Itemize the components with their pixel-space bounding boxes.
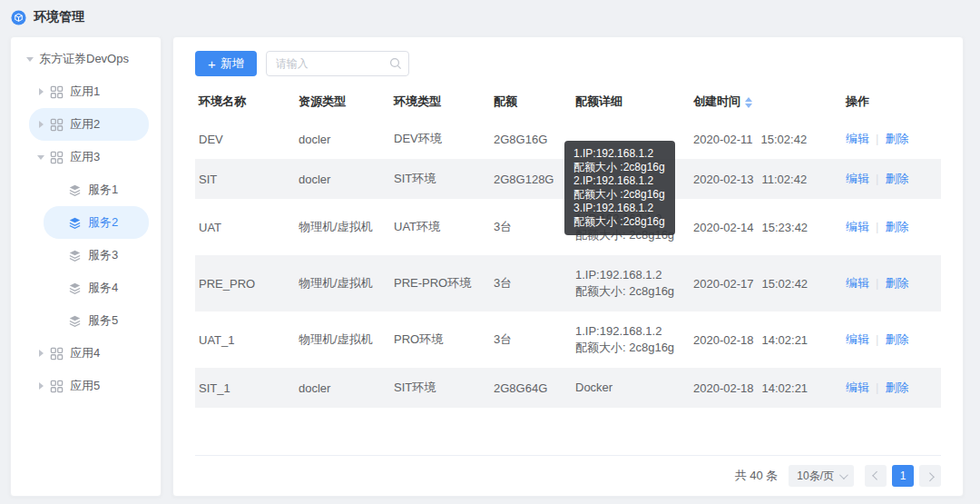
tree-item-label: 服务1 bbox=[88, 182, 118, 198]
search-icon[interactable] bbox=[389, 57, 402, 70]
tree-item-label: 应用1 bbox=[70, 84, 100, 100]
created-time: 15:02:42 bbox=[762, 277, 808, 291]
created-time: 14:02:21 bbox=[762, 333, 808, 347]
sort-icon[interactable] bbox=[745, 97, 752, 108]
cell-env-name: UAT_1 bbox=[195, 311, 295, 368]
cell-env-name: UAT bbox=[195, 199, 295, 255]
delete-link[interactable]: 删除 bbox=[885, 132, 908, 145]
cell-actions: 编辑|删除 bbox=[842, 119, 941, 159]
add-button[interactable]: + 新增 bbox=[195, 51, 257, 76]
cell-quota: 3台 bbox=[490, 199, 572, 255]
next-page-button[interactable] bbox=[919, 465, 941, 487]
cell-actions: 编辑|删除 bbox=[842, 255, 941, 311]
cell-created-time: 2020-02-1814:02:21 bbox=[690, 311, 842, 368]
col-env-type: 环境类型 bbox=[390, 84, 490, 119]
chevron-right-icon bbox=[925, 472, 934, 481]
col-quota: 配额 bbox=[490, 84, 572, 119]
col-created-time[interactable]: 创建时间 bbox=[690, 84, 842, 119]
page-size-label: 10条/页 bbox=[797, 469, 834, 484]
tree-item-label: 应用4 bbox=[70, 345, 100, 361]
created-date: 2020-02-13 bbox=[693, 173, 754, 186]
created-time: 14:02:21 bbox=[762, 381, 808, 395]
sidebar-item-服务1[interactable]: 服务1 bbox=[44, 173, 149, 206]
edit-link[interactable]: 编辑 bbox=[846, 276, 869, 290]
edit-link[interactable]: 编辑 bbox=[846, 332, 869, 346]
edit-link[interactable]: 编辑 bbox=[846, 380, 869, 394]
page-size-select[interactable]: 10条/页 bbox=[789, 465, 854, 487]
environment-table-wrap: 环境名称 资源类型 环境类型 配额 配额详细 创建时间 操作 DEV docle… bbox=[195, 84, 941, 456]
sidebar-item-服务5[interactable]: 服务5 bbox=[44, 304, 149, 337]
prev-page-button[interactable] bbox=[865, 465, 887, 487]
current-page-button[interactable]: 1 bbox=[892, 465, 914, 487]
cell-actions: 编辑|删除 bbox=[842, 199, 941, 255]
sidebar-item-服务2[interactable]: 服务2 bbox=[44, 206, 149, 239]
grid-icon bbox=[50, 118, 64, 132]
created-date: 2020-02-14 bbox=[693, 221, 754, 234]
sidebar-item-应用3[interactable]: 应用3 bbox=[29, 141, 149, 173]
created-time: 11:02:42 bbox=[762, 173, 808, 186]
edit-link[interactable]: 编辑 bbox=[846, 172, 869, 185]
caret-right-icon[interactable] bbox=[37, 87, 46, 96]
main-panel: + 新增 环境名称 资源类型 环境类型 配额 配额详细 bbox=[172, 36, 964, 497]
pager: 1 bbox=[865, 465, 941, 487]
delete-link[interactable]: 删除 bbox=[885, 380, 908, 394]
cell-quota: 2G8G64G bbox=[490, 368, 572, 408]
cell-created-time: 2020-02-1814:02:21 bbox=[690, 368, 842, 408]
action-divider: | bbox=[876, 380, 878, 394]
sidebar-item-应用5[interactable]: 应用5 bbox=[29, 370, 149, 402]
caret-placeholder bbox=[55, 185, 64, 194]
delete-link[interactable]: 删除 bbox=[885, 332, 908, 346]
cell-quota-detail: 1.IP:192.168.1.2配额大小: 2c8g16g bbox=[572, 255, 690, 311]
created-date: 2020-02-18 bbox=[693, 333, 754, 347]
sidebar: 东方证券DevOps 应用1 应用2 应用3 服务1 服务2 服务3 服务4 服… bbox=[10, 36, 162, 497]
grid-icon bbox=[50, 347, 64, 361]
col-env-name: 环境名称 bbox=[195, 84, 295, 119]
delete-link[interactable]: 删除 bbox=[885, 276, 908, 290]
sidebar-item-应用2[interactable]: 应用2 bbox=[29, 108, 149, 141]
layers-icon bbox=[68, 249, 82, 262]
cell-env-type: SIT环境 bbox=[390, 159, 490, 199]
caret-right-icon[interactable] bbox=[37, 120, 46, 129]
tree-root-node[interactable]: 东方证券DevOps bbox=[11, 43, 149, 75]
col-quota-detail: 配额详细 bbox=[572, 84, 690, 119]
caret-down-icon[interactable] bbox=[37, 153, 46, 162]
cell-env-type: PRE-PRO环境 bbox=[390, 255, 490, 311]
cell-resource: docler bbox=[295, 119, 390, 159]
caret-right-icon[interactable] bbox=[37, 349, 46, 358]
cell-env-type: SIT环境 bbox=[390, 368, 490, 408]
page-title: 环境管理 bbox=[34, 9, 84, 25]
cell-created-time: 2020-02-1715:02:42 bbox=[690, 255, 842, 311]
caret-placeholder bbox=[55, 251, 64, 260]
tree-items: 应用1 应用2 应用3 服务1 服务2 服务3 服务4 服务5 应用4 应用5 bbox=[11, 75, 161, 402]
sidebar-item-应用1[interactable]: 应用1 bbox=[29, 75, 149, 108]
tree-item-label: 服务2 bbox=[88, 214, 118, 231]
tree-item-label: 服务3 bbox=[88, 247, 118, 263]
cell-env-type: PRO环境 bbox=[390, 311, 490, 368]
grid-icon bbox=[50, 380, 64, 393]
sidebar-item-服务3[interactable]: 服务3 bbox=[44, 239, 149, 272]
sidebar-item-服务4[interactable]: 服务4 bbox=[44, 272, 149, 304]
sidebar-item-应用4[interactable]: 应用4 bbox=[29, 337, 149, 370]
created-time: 15:02:42 bbox=[761, 133, 808, 146]
created-date: 2020-02-18 bbox=[693, 381, 754, 395]
add-button-label: 新增 bbox=[220, 55, 244, 72]
delete-link[interactable]: 删除 bbox=[885, 172, 908, 185]
cell-quota-detail: Docker bbox=[572, 368, 690, 408]
total-count-label: 共 40 条 bbox=[735, 468, 779, 484]
action-divider: | bbox=[876, 220, 878, 233]
layers-icon bbox=[68, 314, 82, 328]
search-box bbox=[266, 51, 409, 76]
cell-created-time: 2020-02-1311:02:42 bbox=[690, 159, 842, 199]
action-divider: | bbox=[876, 332, 878, 346]
created-date: 2020-02-17 bbox=[693, 277, 754, 291]
cell-env-type: UAT环境 bbox=[390, 199, 490, 255]
environment-table: 环境名称 资源类型 环境类型 配额 配额详细 创建时间 操作 DEV docle… bbox=[195, 84, 941, 408]
search-input[interactable] bbox=[266, 51, 409, 76]
edit-link[interactable]: 编辑 bbox=[846, 132, 869, 145]
action-divider: | bbox=[876, 172, 878, 185]
delete-link[interactable]: 删除 bbox=[885, 220, 908, 233]
caret-right-icon[interactable] bbox=[37, 381, 46, 390]
edit-link[interactable]: 编辑 bbox=[846, 220, 869, 233]
caret-down-icon[interactable] bbox=[26, 54, 35, 64]
table-row: UAT_1 物理机/虚拟机 PRO环境 3台 1.IP:192.168.1.2配… bbox=[195, 311, 941, 368]
